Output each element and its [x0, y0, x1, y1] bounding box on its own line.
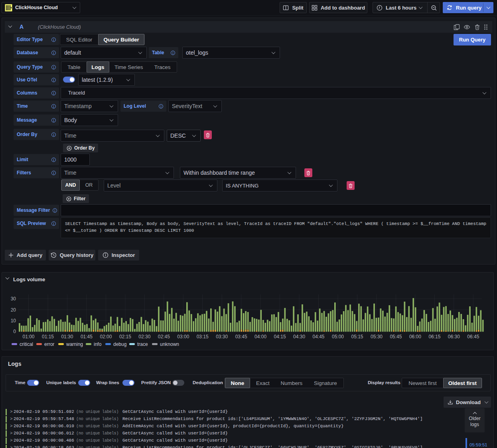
svg-text:04:30: 04:30	[293, 334, 305, 339]
svg-text:05:30: 05:30	[371, 334, 383, 339]
svg-text:03:15: 03:15	[197, 334, 209, 339]
svg-text:03:00: 03:00	[177, 334, 189, 339]
svg-text:04:00: 04:00	[254, 334, 266, 339]
svg-text:01:15: 01:15	[42, 334, 54, 339]
svg-text:20: 20	[11, 307, 16, 313]
svg-text:01:45: 01:45	[81, 334, 93, 339]
svg-text:06:15: 06:15	[428, 334, 440, 339]
svg-text:06:45: 06:45	[467, 334, 479, 339]
svg-text:0: 0	[13, 329, 16, 334]
svg-text:03:45: 03:45	[235, 334, 247, 339]
svg-text:01:30: 01:30	[61, 334, 73, 339]
svg-text:01:00: 01:00	[22, 334, 34, 339]
svg-text:30: 30	[11, 296, 16, 302]
svg-text:02:15: 02:15	[119, 334, 131, 339]
svg-text:05:00: 05:00	[332, 334, 344, 339]
svg-text:06:00: 06:00	[409, 334, 421, 339]
svg-text:02:30: 02:30	[138, 334, 150, 339]
svg-text:02:45: 02:45	[158, 334, 170, 339]
svg-text:03:30: 03:30	[216, 334, 228, 339]
svg-text:05:15: 05:15	[351, 334, 363, 339]
svg-text:02:00: 02:00	[100, 334, 112, 339]
svg-text:04:15: 04:15	[274, 334, 286, 339]
svg-text:06:30: 06:30	[448, 334, 460, 339]
svg-text:04:45: 04:45	[312, 334, 324, 339]
svg-text:10: 10	[11, 318, 16, 324]
svg-text:05:45: 05:45	[390, 334, 402, 339]
